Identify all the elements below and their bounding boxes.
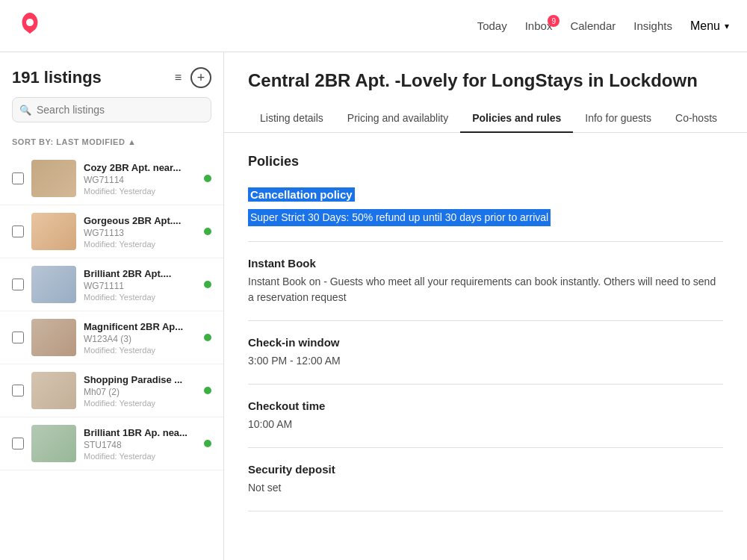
tab-info-guests[interactable]: Info for guests: [573, 105, 663, 133]
listing-thumbnail: [31, 425, 76, 462]
status-dot: [204, 175, 211, 182]
listing-thumbnail: [31, 213, 76, 250]
sidebar: 191 listings ≡ + 🔍 SORT BY: LAST MODIFIE…: [0, 52, 224, 560]
policy-value: 3:00 PM - 12:00 AM: [248, 353, 723, 369]
nav-links: Today Inbox 9 Calendar Insights Menu ▾: [477, 19, 729, 33]
policy-label: Instant Book: [248, 257, 723, 270]
content-header: Central 2BR Apt. -Lovely for LongStays i…: [224, 52, 747, 133]
listing-info: Gorgeous 2BR Apt.... WG71113 Modified: Y…: [84, 215, 196, 249]
listing-name: Magnificent 2BR Ap...: [84, 321, 196, 332]
listing-modified: Modified: Yesterday: [84, 399, 196, 408]
top-nav: Today Inbox 9 Calendar Insights Menu ▾: [0, 0, 747, 52]
browser-window: Today Inbox 9 Calendar Insights Menu ▾ 1…: [0, 0, 747, 560]
status-dot: [204, 334, 211, 341]
listing-name: Brilliant 2BR Apt....: [84, 268, 196, 279]
listing-id: Mh07 (2): [84, 387, 196, 397]
listing-modified: Modified: Yesterday: [84, 293, 196, 302]
sort-bar: SORT BY: LAST MODIFIED ▲: [0, 131, 223, 152]
policy-value: Not set: [248, 480, 723, 496]
policy-instant-book: Instant Book Instant Book on - Guests wh…: [248, 242, 723, 321]
filter-icon[interactable]: ≡: [175, 71, 182, 84]
listing-checkbox-4[interactable]: [12, 385, 24, 396]
add-listing-button[interactable]: +: [190, 67, 211, 88]
listing-name: Shopping Paradise ...: [84, 374, 196, 385]
listing-checkbox-5[interactable]: [12, 438, 24, 449]
policy-value: 10:00 AM: [248, 417, 723, 432]
sort-label: SORT BY: LAST MODIFIED ▲: [12, 137, 136, 146]
list-item[interactable]: Shopping Paradise ... Mh07 (2) Modified:…: [0, 364, 223, 417]
highlighted-value: Super Strict 30 Days: 50% refund up unti…: [248, 209, 551, 226]
listing-info: Magnificent 2BR Ap... W123A4 (3) Modifie…: [84, 321, 196, 355]
list-item[interactable]: Gorgeous 2BR Apt.... WG71113 Modified: Y…: [0, 205, 223, 258]
nav-calendar[interactable]: Calendar: [570, 19, 616, 32]
status-dot: [204, 440, 211, 447]
content-tabs: Listing detailsPricing and availablityPo…: [248, 105, 723, 132]
sidebar-listings-count: 191 listings: [12, 68, 102, 87]
list-item[interactable]: Magnificent 2BR Ap... W123A4 (3) Modifie…: [0, 311, 223, 364]
policy-cancellation: Cancellation policy Super Strict 30 Days…: [248, 187, 723, 242]
listing-info: Shopping Paradise ... Mh07 (2) Modified:…: [84, 374, 196, 408]
listing-id: WG71113: [84, 228, 196, 238]
policy-checkout-time: Checkout time 10:00 AM: [248, 385, 723, 448]
listing-name: Gorgeous 2BR Apt....: [84, 215, 196, 226]
search-input[interactable]: [12, 97, 211, 122]
nav-menu[interactable]: Menu ▾: [690, 19, 729, 33]
nav-inbox[interactable]: Inbox 9: [525, 19, 553, 32]
list-item[interactable]: Brilliant 2BR Apt.... WG71111 Modified: …: [0, 258, 223, 311]
nav-insights[interactable]: Insights: [633, 19, 672, 32]
listing-id: STU1748: [84, 440, 196, 450]
tab-policies[interactable]: Policies and rules: [460, 105, 573, 133]
policy-value: Super Strict 30 Days: 50% refund up unti…: [248, 209, 723, 226]
listing-name: Cozy 2BR Apt. near...: [84, 162, 196, 173]
highlighted-label: Cancellation policy: [248, 187, 355, 202]
listing-info: Brilliant 1BR Ap. nea... STU1748 Modifie…: [84, 427, 196, 461]
listing-name: Brilliant 1BR Ap. nea...: [84, 427, 196, 438]
nav-today[interactable]: Today: [477, 19, 507, 32]
listing-thumbnail: [31, 160, 76, 197]
listing-thumbnail: [31, 319, 76, 356]
listing-checkbox-0[interactable]: [12, 172, 24, 184]
listing-modified: Modified: Yesterday: [84, 187, 196, 196]
status-dot: [204, 281, 211, 288]
list-item[interactable]: Brilliant 1BR Ap. nea... STU1748 Modifie…: [0, 417, 223, 470]
inbox-badge: 9: [548, 15, 560, 27]
status-dot: [204, 387, 211, 394]
search-icon: 🔍: [19, 105, 31, 116]
tab-listing-details[interactable]: Listing details: [248, 105, 335, 133]
listing-modified: Modified: Yesterday: [84, 240, 196, 249]
section-title: Policies: [248, 154, 723, 169]
list-item[interactable]: Cozy 2BR Apt. near... WG71114 Modified: …: [0, 152, 223, 205]
listing-info: Brilliant 2BR Apt.... WG71111 Modified: …: [84, 268, 196, 302]
listing-modified: Modified: Yesterday: [84, 452, 196, 461]
policy-label: Check-in window: [248, 336, 723, 349]
listing-id: WG71114: [84, 175, 196, 185]
listing-info: Cozy 2BR Apt. near... WG71114 Modified: …: [84, 162, 196, 196]
listing-thumbnail: [31, 266, 76, 303]
policy-label: Cancellation policy: [248, 187, 723, 205]
page-title: Central 2BR Apt. -Lovely for LongStays i…: [248, 70, 723, 91]
tab-co-hosts[interactable]: Co-hosts: [663, 105, 729, 133]
policy-label: Security deposit: [248, 463, 723, 476]
airbnb-logo[interactable]: [18, 11, 42, 40]
listing-checkbox-1[interactable]: [12, 225, 24, 237]
tab-pricing[interactable]: Pricing and availablity: [335, 105, 460, 133]
policy-value: Instant Book on - Guests who meet all yo…: [248, 274, 723, 305]
listing-checkbox-3[interactable]: [12, 332, 24, 343]
main-layout: 191 listings ≡ + 🔍 SORT BY: LAST MODIFIE…: [0, 52, 747, 560]
sidebar-actions: ≡ +: [175, 67, 211, 88]
policies-list: Cancellation policy Super Strict 30 Days…: [248, 187, 723, 511]
policy-label: Checkout time: [248, 399, 723, 412]
policy-security-deposit: Security deposit Not set: [248, 448, 723, 511]
chevron-down-icon: ▾: [725, 21, 729, 31]
policy-checkin-window: Check-in window 3:00 PM - 12:00 AM: [248, 321, 723, 385]
content-body: Policies Cancellation policy Super Stric…: [224, 133, 747, 560]
status-dot: [204, 228, 211, 235]
listing-checkbox-2[interactable]: [12, 279, 24, 290]
content-area: Central 2BR Apt. -Lovely for LongStays i…: [224, 52, 747, 560]
listing-thumbnail: [31, 372, 76, 409]
search-bar-container: 🔍: [12, 97, 211, 122]
listing-modified: Modified: Yesterday: [84, 346, 196, 355]
listing-id: W123A4 (3): [84, 334, 196, 344]
sidebar-header: 191 listings ≡ +: [0, 52, 223, 97]
listing-id: WG71111: [84, 281, 196, 291]
